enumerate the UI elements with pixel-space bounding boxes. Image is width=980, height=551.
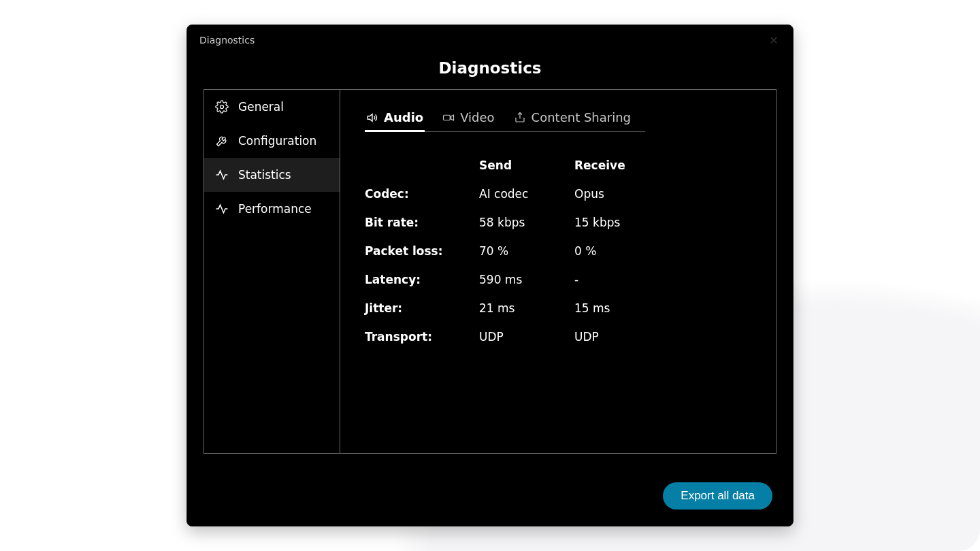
diagnostics-dialog: Diagnostics ✕ Diagnostics General Config…	[186, 24, 794, 527]
stats-table: Send Receive Codec: AI codec Opus Bit ra…	[365, 151, 645, 351]
sidebar-item-label: Statistics	[238, 168, 291, 182]
header-blank	[365, 158, 479, 172]
svg-marker-1	[368, 114, 372, 121]
sidebar: General Configuration Statistics Perform…	[204, 90, 340, 453]
row-label: Codec:	[365, 187, 479, 201]
gear-icon	[215, 100, 229, 114]
tab-label: Video	[460, 110, 494, 124]
table-row: Latency: 590 ms -	[365, 265, 645, 294]
cell-send: 58 kbps	[479, 216, 574, 229]
header-receive: Receive	[574, 158, 645, 172]
tab-video[interactable]: Video	[441, 106, 495, 131]
share-icon	[514, 112, 526, 124]
cell-send: 590 ms	[479, 273, 574, 286]
sidebar-item-performance[interactable]: Performance	[204, 192, 340, 226]
sidebar-item-general[interactable]: General	[204, 90, 340, 124]
cell-receive: Opus	[574, 187, 645, 201]
sidebar-item-label: Performance	[238, 202, 312, 216]
table-header: Send Receive	[365, 151, 645, 180]
row-label: Jitter:	[365, 301, 479, 315]
tabs: Audio Video Content Sharing	[365, 106, 645, 132]
cell-receive: 0 %	[574, 244, 645, 258]
activity-icon	[215, 202, 229, 216]
video-icon	[442, 112, 455, 124]
svg-marker-3	[451, 115, 454, 120]
table-row: Transport: UDP UDP	[365, 322, 645, 351]
cell-send: 21 ms	[479, 301, 574, 315]
cell-send: AI codec	[479, 187, 574, 201]
cell-send: UDP	[479, 330, 574, 344]
table-row: Jitter: 21 ms 15 ms	[365, 294, 645, 322]
content-frame: General Configuration Statistics Perform…	[203, 89, 777, 454]
cell-receive: 15 kbps	[574, 216, 645, 229]
export-all-data-button[interactable]: Export all data	[663, 482, 772, 510]
dialog-footer: Export all data	[187, 454, 793, 526]
cell-send: 70 %	[479, 244, 574, 258]
page-title: Diagnostics	[187, 55, 793, 89]
tab-label: Audio	[384, 110, 423, 124]
cell-receive: UDP	[574, 330, 645, 344]
svg-point-0	[220, 105, 224, 109]
tab-audio[interactable]: Audio	[365, 106, 425, 131]
sidebar-item-label: Configuration	[238, 134, 316, 148]
sidebar-item-statistics[interactable]: Statistics	[204, 158, 340, 192]
tab-label: Content Sharing	[532, 110, 631, 124]
table-row: Bit rate: 58 kbps 15 kbps	[365, 208, 645, 237]
cell-receive: -	[574, 273, 645, 286]
row-label: Transport:	[365, 330, 479, 344]
window-title: Diagnostics	[199, 35, 255, 46]
row-label: Latency:	[365, 273, 479, 286]
header-send: Send	[479, 158, 574, 172]
titlebar: Diagnostics ✕	[187, 25, 793, 55]
speaker-icon	[366, 112, 378, 124]
row-label: Packet loss:	[365, 244, 479, 258]
main-panel: Audio Video Content Sharing	[340, 90, 776, 453]
sidebar-item-label: General	[238, 100, 284, 114]
row-label: Bit rate:	[365, 216, 479, 229]
close-icon[interactable]: ✕	[763, 34, 785, 47]
cell-receive: 15 ms	[574, 301, 645, 315]
svg-rect-2	[444, 115, 451, 120]
activity-icon	[215, 168, 229, 182]
tab-content-sharing[interactable]: Content Sharing	[512, 106, 632, 131]
table-row: Codec: AI codec Opus	[365, 180, 645, 208]
tools-icon	[215, 134, 229, 148]
sidebar-item-configuration[interactable]: Configuration	[204, 124, 340, 158]
table-row: Packet loss: 70 % 0 %	[365, 237, 645, 265]
